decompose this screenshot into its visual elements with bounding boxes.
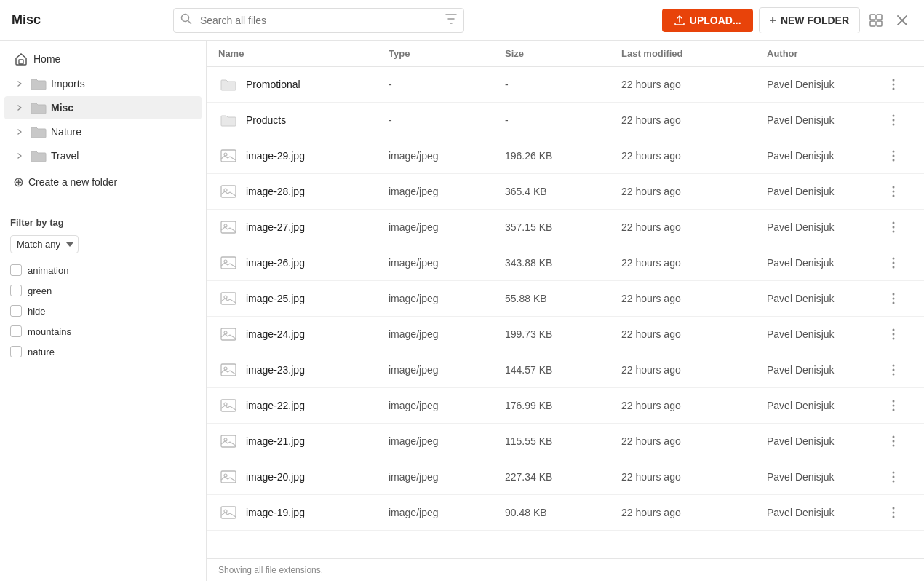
table-row[interactable]: image-25.jpg image/jpeg 55.88 KB 22 hour… <box>207 281 924 317</box>
more-options-button[interactable] <box>883 110 904 130</box>
svg-rect-50 <box>221 400 236 411</box>
tag-label: hide <box>28 306 46 317</box>
svg-point-47 <box>893 365 895 367</box>
svg-point-63 <box>893 476 895 478</box>
file-modified: 22 hours ago <box>621 221 767 233</box>
create-folder-button[interactable]: ⊕ Create a new folder <box>4 170 202 194</box>
tag-checkbox[interactable] <box>10 325 22 337</box>
table-row[interactable]: image-29.jpg image/jpeg 196.26 KB 22 hou… <box>207 138 924 174</box>
tag-item-green[interactable]: green <box>10 282 196 299</box>
svg-rect-45 <box>221 364 236 376</box>
more-options-button[interactable] <box>883 146 904 166</box>
close-icon[interactable] <box>892 10 912 31</box>
more-options-button[interactable] <box>883 431 904 451</box>
more-options-button[interactable] <box>883 395 904 416</box>
table-row[interactable]: image-22.jpg image/jpeg 176.99 KB 22 hou… <box>207 388 924 424</box>
svg-point-12 <box>893 115 895 117</box>
table-row[interactable]: image-27.jpg image/jpeg 357.15 KB 22 hou… <box>207 210 924 245</box>
more-options-button[interactable] <box>883 360 904 380</box>
sidebar-divider <box>9 202 197 202</box>
table-row[interactable]: Promotional - - 22 hours ago Pavel Denis… <box>207 67 924 103</box>
tag-label: nature <box>28 347 55 357</box>
table-row[interactable]: image-28.jpg image/jpeg 365.4 KB 22 hour… <box>207 174 924 210</box>
expand-arrow-icon <box>13 101 26 114</box>
svg-point-36 <box>224 296 227 299</box>
sidebar-item-nature[interactable]: Nature <box>4 120 202 143</box>
svg-rect-30 <box>221 257 236 269</box>
svg-rect-60 <box>221 471 236 483</box>
svg-point-14 <box>893 124 895 126</box>
sidebar-item-label: Home <box>33 53 60 65</box>
upload-button[interactable]: UPLOAD... <box>662 9 753 32</box>
file-type: image/jpeg <box>389 257 505 269</box>
tag-checkbox[interactable] <box>10 346 22 357</box>
file-modified: 22 hours ago <box>621 293 767 304</box>
more-options-button[interactable] <box>883 253 904 273</box>
col-type: Type <box>389 48 505 59</box>
col-size: Size <box>505 48 621 59</box>
grid-view-icon[interactable] <box>866 10 886 31</box>
table-body: Promotional - - 22 hours ago Pavel Denis… <box>207 67 924 558</box>
svg-point-58 <box>893 440 895 443</box>
more-options-button[interactable] <box>883 324 904 344</box>
svg-point-33 <box>893 262 895 264</box>
tag-checkbox[interactable] <box>10 264 22 276</box>
file-name-cell: image-26.jpg <box>218 253 389 273</box>
tag-item-hide[interactable]: hide <box>10 303 196 319</box>
file-author: Pavel Denisjuk <box>767 471 883 483</box>
tag-item-animation[interactable]: animation <box>10 262 196 278</box>
search-input[interactable] <box>173 8 464 33</box>
svg-point-68 <box>893 512 895 514</box>
file-name: Products <box>246 114 286 126</box>
more-options-button[interactable] <box>883 181 904 202</box>
file-author: Pavel Denisjuk <box>767 435 883 447</box>
table-row[interactable]: image-23.jpg image/jpeg 144.57 KB 22 hou… <box>207 352 924 388</box>
file-type: image/jpeg <box>389 507 505 518</box>
file-type: image/jpeg <box>389 328 505 340</box>
table-row[interactable]: image-19.jpg image/jpeg 90.48 KB 22 hour… <box>207 495 924 531</box>
file-name-cell: Products <box>218 110 389 130</box>
sidebar-item-imports[interactable]: Imports <box>4 72 202 95</box>
tag-item-nature[interactable]: nature <box>10 344 196 360</box>
tag-checkbox[interactable] <box>10 305 22 317</box>
file-size: 365.4 KB <box>505 186 621 197</box>
tag-checkbox[interactable] <box>10 285 22 296</box>
svg-point-53 <box>893 405 895 407</box>
table-row[interactable]: image-20.jpg image/jpeg 227.34 KB 22 hou… <box>207 459 924 495</box>
new-folder-button[interactable]: + NEW FOLDER <box>759 7 860 33</box>
sidebar-item-misc[interactable]: Misc <box>4 96 202 119</box>
more-options-button[interactable] <box>883 502 904 523</box>
file-type: image/jpeg <box>389 435 505 447</box>
svg-point-41 <box>224 331 227 334</box>
sidebar-item-travel[interactable]: Travel <box>4 144 202 167</box>
more-options-button[interactable] <box>883 467 904 487</box>
table-row[interactable]: image-24.jpg image/jpeg 199.73 KB 22 hou… <box>207 317 924 352</box>
sidebar-item-home[interactable]: Home <box>4 47 202 71</box>
table-row[interactable]: Products - - 22 hours ago Pavel Denisjuk <box>207 103 924 138</box>
match-select[interactable]: Match anyMatch all <box>10 235 79 253</box>
image-icon <box>218 502 239 523</box>
col-name: Name <box>218 48 389 59</box>
more-options-button[interactable] <box>883 288 904 309</box>
tag-item-mountains[interactable]: mountains <box>10 323 196 339</box>
svg-rect-4 <box>870 21 875 26</box>
table-row[interactable]: image-26.jpg image/jpeg 343.88 KB 22 hou… <box>207 245 924 281</box>
col-modified: Last modified <box>621 48 767 59</box>
more-options-button[interactable] <box>883 217 904 237</box>
svg-point-61 <box>224 474 227 477</box>
more-options-button[interactable] <box>883 74 904 95</box>
plus-icon: + <box>770 14 776 27</box>
table-row[interactable]: image-21.jpg image/jpeg 115.55 KB 22 hou… <box>207 424 924 459</box>
tag-list: animation green hide mountains nature <box>10 262 196 360</box>
filter-icon[interactable] <box>445 14 457 26</box>
svg-point-37 <box>893 293 895 296</box>
file-author: Pavel Denisjuk <box>767 150 883 162</box>
filter-title: Filter by tag <box>10 217 196 228</box>
svg-rect-8 <box>19 60 23 64</box>
svg-point-27 <box>893 222 895 224</box>
file-size: 343.88 KB <box>505 257 621 269</box>
create-folder-label: Create a new folder <box>28 176 117 188</box>
svg-point-10 <box>893 84 895 86</box>
upload-label: UPLOAD... <box>690 15 741 26</box>
image-icon <box>218 146 239 166</box>
